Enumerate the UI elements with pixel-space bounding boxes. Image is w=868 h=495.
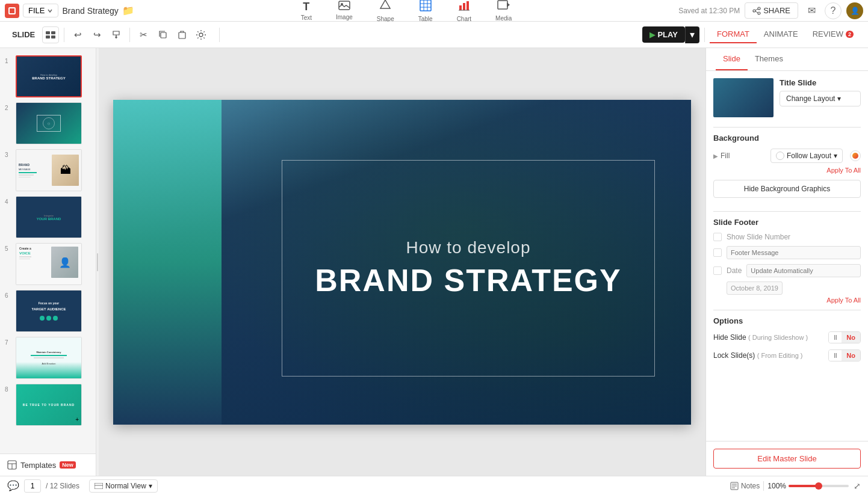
- paste-button[interactable]: [173, 26, 190, 43]
- media-tool[interactable]: Media: [491, 0, 516, 24]
- divider: [64, 28, 64, 42]
- tab-format[interactable]: FORMAT: [710, 26, 757, 43]
- tab-review[interactable]: REVIEW 2: [805, 26, 861, 43]
- slide-icon-button[interactable]: [42, 26, 59, 43]
- tab-themes[interactable]: Themes: [748, 48, 790, 70]
- document-title: Brand Strategy: [62, 6, 118, 16]
- bottom-right: Notes 100% ⤢: [730, 481, 861, 491]
- divider: [129, 28, 130, 42]
- zoom-thumb[interactable]: [815, 482, 822, 490]
- bottom-bar: 💬 / 12 Slides Normal View ▾ Notes 100% ⤢: [0, 476, 868, 495]
- svg-rect-3: [420, 0, 431, 11]
- chart-tool[interactable]: Chart: [452, 0, 476, 25]
- hide-slide-toggle-on[interactable]: ll: [829, 332, 842, 343]
- home-button[interactable]: [5, 4, 19, 18]
- zoom-fill: [789, 485, 819, 487]
- lock-slide-toggle-on[interactable]: ll: [829, 350, 842, 361]
- play-button-group[interactable]: ▶ PLAY ▾: [642, 26, 699, 43]
- svg-point-16: [758, 12, 760, 14]
- copy-button[interactable]: [154, 26, 171, 43]
- file-label: FILE: [28, 6, 45, 15]
- footer-message-input[interactable]: [727, 246, 861, 259]
- cut-button[interactable]: ✂: [135, 26, 152, 43]
- lock-slide-toggle-off[interactable]: No: [842, 350, 860, 361]
- svg-line-17: [755, 9, 758, 10]
- settings-button[interactable]: [193, 26, 209, 43]
- slide-item[interactable]: 2 ○: [0, 100, 96, 147]
- footer-message-checkbox[interactable]: [713, 248, 722, 257]
- follow-layout-label: Follow Layout: [787, 152, 831, 160]
- slide-number: 1: [5, 58, 12, 64]
- text-icon: T: [303, 1, 309, 13]
- edit-master-slide-button[interactable]: Edit Master Slide: [713, 449, 861, 469]
- slide-item[interactable]: 5 Create a VOICE 👤: [0, 241, 96, 287]
- templates-button[interactable]: Templates New: [0, 453, 96, 476]
- chat-button[interactable]: 💬: [7, 480, 19, 491]
- hide-slide-label: Hide Slide ( During Slideshow ): [713, 333, 828, 342]
- bottom-left: 💬 / 12 Slides Normal View ▾: [7, 479, 158, 493]
- show-slide-number-checkbox[interactable]: [713, 233, 722, 241]
- svg-marker-2: [380, 0, 390, 8]
- tab-slide[interactable]: Slide: [716, 48, 748, 70]
- grid-icon: [46, 31, 55, 38]
- slide-subtitle: How to develop: [406, 238, 530, 257]
- shape-tool[interactable]: Shape: [372, 0, 399, 25]
- slide-item[interactable]: 3 BRAND MESSAGE 🏔: [0, 147, 96, 194]
- fill-dropdown[interactable]: Follow Layout ▾: [770, 149, 843, 163]
- tab-animate[interactable]: ANIMATE: [757, 26, 805, 43]
- svg-point-15: [753, 10, 755, 12]
- hide-slide-toggle-off[interactable]: No: [842, 332, 860, 343]
- image-tool[interactable]: Image: [331, 0, 358, 23]
- play-button[interactable]: ▶ PLAY: [642, 26, 684, 43]
- lock-slide-toggle[interactable]: ll No: [828, 349, 861, 361]
- teal-gradient: [113, 100, 222, 425]
- apply-to-all-2[interactable]: Apply To All: [713, 297, 861, 304]
- table-tool[interactable]: Table: [414, 0, 438, 25]
- templates-label: Templates: [20, 461, 56, 470]
- hide-slide-toggle[interactable]: ll No: [828, 331, 861, 343]
- apply-to-all-1[interactable]: Apply To All: [713, 167, 861, 174]
- share-button[interactable]: SHARE: [745, 2, 798, 19]
- play-dropdown-button[interactable]: ▾: [685, 26, 699, 43]
- slide-item[interactable]: 4 Integrate YOUR BRAND: [0, 194, 96, 241]
- undo-button[interactable]: ↩: [69, 26, 86, 43]
- redo-button[interactable]: ↪: [88, 26, 105, 43]
- share-icon: [752, 7, 761, 15]
- change-layout-button[interactable]: Change Layout ▾: [780, 91, 861, 106]
- slide-item[interactable]: 8 BE TRUE TO YOUR BRAND +: [0, 381, 96, 428]
- format-tab-bar: FORMAT ANIMATE REVIEW 2: [710, 26, 861, 43]
- notification-button[interactable]: ✉: [803, 2, 820, 19]
- avatar[interactable]: 👤: [846, 2, 863, 19]
- help-button[interactable]: ?: [825, 2, 842, 19]
- date-input[interactable]: [746, 264, 861, 277]
- text-tool[interactable]: T Text: [296, 0, 317, 23]
- slide-title: BRAND STRATEGY: [315, 262, 621, 298]
- svg-rect-24: [179, 32, 185, 38]
- file-menu-button[interactable]: FILE: [23, 4, 58, 17]
- slide-item[interactable]: 6 Focus on your TARGET AUDIENCE: [0, 287, 96, 334]
- slide-preview-thumbnail: [713, 78, 773, 117]
- slide-thumbnail: BE TRUE TO YOUR BRAND +: [16, 384, 82, 426]
- page-number-input[interactable]: [24, 479, 41, 493]
- hide-background-graphics-button[interactable]: Hide Background Graphics: [713, 180, 861, 198]
- slide-item[interactable]: 7 Maintain Consistency Add Emotion: [0, 334, 96, 381]
- date-checkbox[interactable]: [713, 266, 722, 275]
- divider: [704, 28, 705, 42]
- slide-thumbnail: Focus on your TARGET AUDIENCE: [16, 290, 82, 332]
- fit-button[interactable]: ⤢: [854, 481, 861, 491]
- slide-content-box[interactable]: How to develop BRAND STRATEGY: [282, 160, 655, 377]
- slide-canvas[interactable]: How to develop BRAND STRATEGY: [113, 100, 691, 425]
- slide-number: 2: [5, 105, 12, 111]
- zoom-slider[interactable]: [789, 485, 849, 487]
- slide-item[interactable]: 1 How to develop BRAND STRATEGY: [0, 53, 96, 100]
- fill-row: ▶ Fill Follow Layout ▾: [713, 149, 861, 163]
- home-icon: [8, 7, 16, 14]
- slide-preview-image: [713, 78, 773, 117]
- paint-format-button[interactable]: [108, 26, 125, 43]
- view-button[interactable]: Normal View ▾: [89, 479, 158, 493]
- fill-color-button[interactable]: [850, 150, 861, 161]
- notes-button[interactable]: Notes: [730, 482, 760, 490]
- paint-format-icon: [111, 30, 121, 40]
- hide-slide-row: Hide Slide ( During Slideshow ) ll No: [713, 331, 861, 343]
- divider: [713, 310, 861, 310]
